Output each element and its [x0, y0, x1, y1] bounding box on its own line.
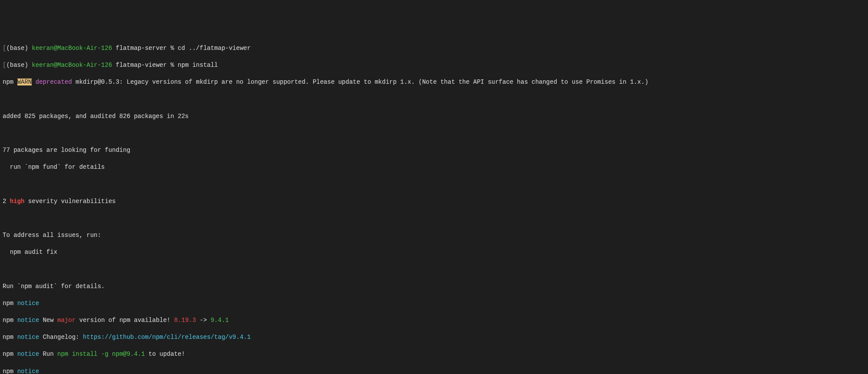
notice-changelog: npm notice Changelog: https://github.com… [3, 333, 865, 342]
blank [3, 214, 865, 223]
blank [3, 129, 865, 138]
prompt-line-2: [(base) keeran@MacBook-Air-126 flatmap-v… [3, 61, 865, 70]
notice-new-version: npm notice New major version of npm avai… [3, 316, 865, 325]
added-packages: added 825 packages, and audited 826 pack… [3, 112, 865, 121]
blank [3, 265, 865, 274]
run-audit: Run `npm audit` for details. [3, 282, 865, 291]
notice-empty-2: npm notice [3, 367, 865, 374]
prompt-line-1: [(base) keeran@MacBook-Air-126 flatmap-s… [3, 44, 865, 53]
npm-warn-line: npm WARN deprecated mkdirp@0.5.3: Legacy… [3, 78, 865, 87]
notice-empty-1: npm notice [3, 299, 865, 308]
address-2: npm audit fix [3, 248, 865, 257]
blank [3, 180, 865, 189]
address-1: To address all issues, run: [3, 231, 865, 240]
blank [3, 95, 865, 104]
funding-2: run `npm fund` for details [3, 163, 865, 172]
funding-1: 77 packages are looking for funding [3, 146, 865, 155]
vuln-summary: 2 high severity vulnerabilities [3, 197, 865, 206]
notice-install: npm notice Run npm install -g npm@9.4.1 … [3, 350, 865, 359]
terminal-output[interactable]: [(base) keeran@MacBook-Air-126 flatmap-s… [3, 36, 865, 374]
